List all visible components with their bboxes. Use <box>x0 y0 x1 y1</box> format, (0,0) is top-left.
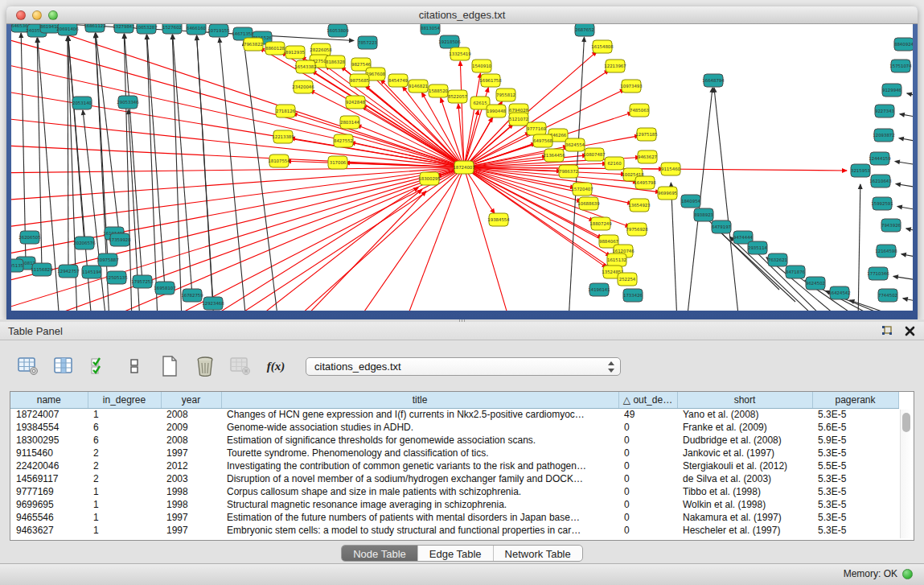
table-cell[interactable]: Nakamura et al. (1997) <box>677 511 812 524</box>
new-table-icon[interactable] <box>158 354 182 378</box>
table-cell[interactable]: 9465546 <box>10 511 88 524</box>
close-panel-icon[interactable] <box>903 324 916 337</box>
graph-node[interactable]: 8471876 <box>786 266 806 278</box>
table-cell[interactable]: Franke et al. (2009) <box>677 421 812 434</box>
graph-node[interactable]: 5121072 <box>509 113 528 126</box>
table-cell[interactable]: Changes of HCN gene expression and I(f) … <box>221 408 618 421</box>
graph-node[interactable]: 10653287 <box>135 24 157 34</box>
table-cell[interactable]: 1997 <box>161 511 221 524</box>
graph-node[interactable]: 30975887 <box>97 253 118 266</box>
table-row[interactable]: 946362711997Embryonic stem cells: a mode… <box>10 524 898 537</box>
column-header-title[interactable]: title <box>221 392 618 408</box>
memory-ok-indicator-icon[interactable] <box>902 569 913 579</box>
graph-node[interactable]: 11156829 <box>31 263 53 276</box>
table-cell[interactable]: Disruption of a novel member of a sodium… <box>221 472 618 485</box>
graph-node[interactable]: 8860128 <box>265 42 285 55</box>
table-cell[interactable]: 2003 <box>161 472 221 485</box>
column-header-pagerank[interactable]: pagerank <box>812 392 898 408</box>
graph-node[interactable]: 8938923 <box>694 208 713 221</box>
graph-node[interactable]: 17359928 <box>109 233 131 246</box>
table-cell[interactable]: Embryonic stem cells: a model to study s… <box>221 524 618 537</box>
graph-node[interactable]: 9777169 <box>527 122 547 135</box>
column-header-short[interactable]: short <box>677 392 812 408</box>
graph-node[interactable]: 18724007 <box>453 161 474 174</box>
graph-node[interactable]: 8454749 <box>388 74 409 87</box>
table-cell[interactable]: Dudbridge et al. (2008) <box>677 434 812 447</box>
table-row[interactable]: 911546021997Tourette syndrome. Phenomeno… <box>10 447 898 459</box>
show-column-icon[interactable] <box>51 354 76 378</box>
table-row[interactable]: 1830029562008Estimation of significance … <box>10 434 898 447</box>
graph-node[interactable]: 18300295 <box>418 172 440 185</box>
graph-node[interactable]: 15720407 <box>571 183 593 196</box>
graph-node[interactable]: 7963822 <box>244 38 263 51</box>
graph-node[interactable]: 20206576 <box>73 237 96 249</box>
table-cell[interactable]: Structural magnetic resonance image aver… <box>221 498 618 511</box>
graph-node[interactable]: 16782759 <box>181 289 203 302</box>
graph-node[interactable]: 16961758 <box>479 74 502 87</box>
graph-node[interactable]: 6466160 <box>187 24 207 35</box>
table-cell[interactable]: 5.3E-5 <box>812 408 898 421</box>
graph-node[interactable]: 9305135 <box>11 259 23 272</box>
network-window-titlebar[interactable]: citations_edges.txt <box>6 6 918 24</box>
graph-node[interactable]: 12923468 <box>202 297 224 310</box>
graph-node[interactable]: 16543382 <box>294 60 316 73</box>
graph-node[interactable]: 7943926 <box>881 219 901 232</box>
table-cell[interactable]: de Silva et al. (2003) <box>677 472 812 485</box>
table-cell[interactable]: 1 <box>88 498 161 511</box>
table-scrollbar[interactable] <box>900 410 912 538</box>
table-cell[interactable]: 5.3E-5 <box>812 485 898 498</box>
table-cell[interactable]: 14569117 <box>10 472 88 485</box>
node-table[interactable]: namein_degreeyeartitle△ out_de…shortpage… <box>10 392 899 537</box>
tab-edge-table[interactable]: Edge Table <box>418 546 494 561</box>
graph-node[interactable]: 20691406 <box>56 24 79 35</box>
graph-node[interactable]: 16053809 <box>326 24 349 37</box>
graph-node[interactable]: 8186328 <box>326 56 346 68</box>
graph-node[interactable]: 7857223 <box>358 36 377 49</box>
table-row[interactable]: 946554611997Estimation of the future num… <box>10 511 898 524</box>
graph-node[interactable]: 12505135 <box>105 271 127 284</box>
graph-node[interactable]: 1145194 <box>82 266 102 278</box>
table-cell[interactable]: 5.9E-5 <box>812 434 898 447</box>
graph-node[interactable]: 16958107 <box>154 282 175 295</box>
delete-table-icon[interactable] <box>193 354 217 378</box>
graph-node[interactable]: 12444159 <box>869 152 891 165</box>
column-header-out_de[interactable]: △ out_de… <box>618 392 677 408</box>
table-cell[interactable]: 18300295 <box>10 434 88 447</box>
table-cell[interactable]: 19384554 <box>10 421 88 434</box>
graph-node[interactable]: 15992591 <box>871 197 893 210</box>
table-row[interactable]: 977716911998Corpus callosum shape and si… <box>10 485 898 498</box>
table-cell[interactable]: 0 <box>618 498 677 511</box>
table-cell[interactable]: 0 <box>618 511 677 524</box>
table-cell[interactable]: 0 <box>618 434 677 447</box>
graph-node[interactable]: 2687652 <box>575 24 594 36</box>
graph-node[interactable]: 2803144 <box>340 116 360 129</box>
graph-node[interactable]: 62160 <box>605 157 624 170</box>
graph-node[interactable]: 19218506 <box>438 35 461 48</box>
graph-node[interactable]: 16648794 <box>702 74 725 87</box>
table-row[interactable]: 2242004622012Investigating the contribut… <box>10 459 898 472</box>
table-cell[interactable]: 9463627 <box>10 524 88 537</box>
graph-node[interactable]: 317006 <box>328 156 347 169</box>
graph-node[interactable]: 1733426 <box>623 289 643 302</box>
column-header-in_degree[interactable]: in_degree <box>88 392 161 408</box>
table-cell[interactable]: 9115460 <box>10 447 88 459</box>
table-cell[interactable]: 2 <box>88 472 161 485</box>
table-cell[interactable]: 6 <box>88 434 161 447</box>
graph-node[interactable]: 8840924 <box>894 38 913 51</box>
table-cell[interactable]: 2 <box>88 447 161 459</box>
graph-node[interactable]: 9129946 <box>882 84 902 97</box>
table-cell[interactable]: 5.3E-5 <box>812 498 898 511</box>
graph-node[interactable]: 9146821 <box>409 80 428 93</box>
table-cell[interactable]: 1998 <box>161 485 221 498</box>
graph-node[interactable]: 10973493 <box>620 80 642 93</box>
table-options-icon[interactable] <box>16 354 40 378</box>
graph-node[interactable]: 7955812 <box>496 89 515 101</box>
graph-node[interactable]: 12213389 <box>272 130 294 143</box>
graph-node[interactable]: 16861122 <box>84 24 105 32</box>
table-cell[interactable]: 18724007 <box>10 408 88 421</box>
graph-node[interactable]: 23420046 <box>292 80 314 93</box>
graph-node[interactable]: 15751074 <box>889 60 912 72</box>
column-header-name[interactable]: name <box>10 392 88 408</box>
table-cell[interactable]: Genome-wide association studies in ADHD. <box>221 421 618 434</box>
graph-node[interactable]: 12093872 <box>873 129 894 142</box>
